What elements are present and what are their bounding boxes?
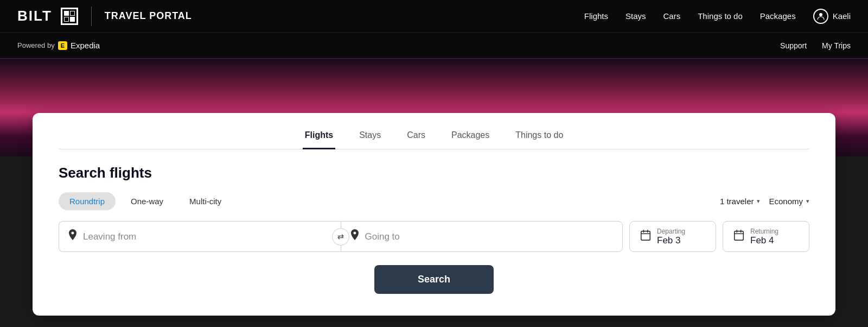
bilt-logo-text: BILT <box>17 8 52 24</box>
logo-cell-3 <box>64 17 69 22</box>
returning-date-field[interactable]: Returning Feb 4 <box>723 221 809 252</box>
travelers-value: 1 traveler <box>720 197 754 206</box>
bilt-logo-icon <box>61 8 78 25</box>
main-content: Flights Stays Cars Packages Things to do… <box>0 113 868 327</box>
nav-packages[interactable]: Packages <box>760 11 796 21</box>
search-card: Flights Stays Cars Packages Things to do… <box>33 113 835 316</box>
nav-cars[interactable]: Cars <box>663 11 681 21</box>
cabin-class-value: Economy <box>769 197 803 206</box>
calendar-icon-departing <box>640 229 652 244</box>
support-link[interactable]: Support <box>780 41 807 50</box>
user-menu[interactable]: Kaeli <box>813 9 851 24</box>
top-navigation: BILT TRAVEL PORTAL Flights Stays Cars Th… <box>0 0 868 33</box>
logo-cell-2 <box>70 11 75 16</box>
expedia-badge-icon: E <box>58 41 67 50</box>
nav-stays[interactable]: Stays <box>626 11 646 21</box>
swap-origin-dest-button[interactable] <box>332 228 349 246</box>
top-nav-links: Flights Stays Cars Things to do Packages… <box>584 9 851 24</box>
travelers-chevron-icon: ▾ <box>757 198 760 205</box>
tab-things-to-do[interactable]: Things to do <box>513 130 565 149</box>
tab-packages[interactable]: Packages <box>449 130 492 149</box>
tab-flights[interactable]: Flights <box>303 130 335 149</box>
my-trips-link[interactable]: My Trips <box>822 41 851 50</box>
travelers-selector[interactable]: 1 traveler ▾ <box>720 197 761 206</box>
trip-type-options: Roundtrip One-way Multi-city <box>59 192 232 210</box>
search-flights-section: Search flights Roundtrip One-way Multi-c… <box>59 165 809 294</box>
trip-type-roundtrip[interactable]: Roundtrip <box>59 192 116 210</box>
logo-cell-4 <box>70 17 75 22</box>
origin-dest-group: Leaving from Going to <box>59 221 623 252</box>
search-fields-row: Leaving from Going to <box>59 221 809 252</box>
departing-label: Departing <box>657 228 685 235</box>
returning-label: Returning <box>750 228 778 235</box>
cabin-class-chevron-icon: ▾ <box>806 198 809 205</box>
going-to-field[interactable]: Going to <box>341 221 623 252</box>
svg-rect-2 <box>735 231 744 241</box>
powered-by-text: Powered by <box>17 41 55 49</box>
svg-rect-1 <box>641 231 650 241</box>
secondary-nav-links: Support My Trips <box>780 41 851 50</box>
card-tabs: Flights Stays Cars Packages Things to do <box>59 130 809 149</box>
leaving-from-field[interactable]: Leaving from <box>59 221 341 252</box>
logo-divider <box>91 7 92 26</box>
svg-point-0 <box>819 13 822 16</box>
tab-stays[interactable]: Stays <box>357 130 383 149</box>
user-avatar-icon <box>813 9 828 24</box>
returning-date-content: Returning Feb 4 <box>750 228 778 246</box>
cabin-class-selector[interactable]: Economy ▾ <box>769 197 809 206</box>
user-name: Kaeli <box>833 11 851 21</box>
nav-things-to-do[interactable]: Things to do <box>698 11 743 21</box>
departing-date-field[interactable]: Departing Feb 3 <box>629 221 716 252</box>
search-flights-title: Search flights <box>59 165 809 181</box>
search-button-row: Search <box>59 265 809 294</box>
logo-cell-1 <box>64 11 69 16</box>
nav-flights[interactable]: Flights <box>584 11 608 21</box>
leaving-from-label: Leaving from <box>83 231 136 242</box>
trip-extras: 1 traveler ▾ Economy ▾ <box>720 197 809 206</box>
going-to-label: Going to <box>365 231 400 242</box>
trip-type-row: Roundtrip One-way Multi-city 1 traveler … <box>59 192 809 210</box>
departing-date-value: Feb 3 <box>657 235 685 246</box>
logo-area: BILT TRAVEL PORTAL <box>17 7 192 26</box>
trip-type-one-way[interactable]: One-way <box>120 192 174 210</box>
secondary-bar: Powered by E Expedia Support My Trips <box>0 33 868 59</box>
powered-by: Powered by E Expedia <box>17 41 100 50</box>
location-pin-icon-dest <box>350 229 360 244</box>
portal-title: TRAVEL PORTAL <box>105 10 192 22</box>
departing-date-content: Departing Feb 3 <box>657 228 685 246</box>
trip-type-multi-city[interactable]: Multi-city <box>178 192 232 210</box>
returning-date-value: Feb 4 <box>750 235 778 246</box>
tab-cars[interactable]: Cars <box>405 130 427 149</box>
calendar-icon-returning <box>733 229 745 244</box>
expedia-name: Expedia <box>71 41 100 50</box>
location-pin-icon-origin <box>68 229 78 244</box>
search-button[interactable]: Search <box>374 265 494 294</box>
